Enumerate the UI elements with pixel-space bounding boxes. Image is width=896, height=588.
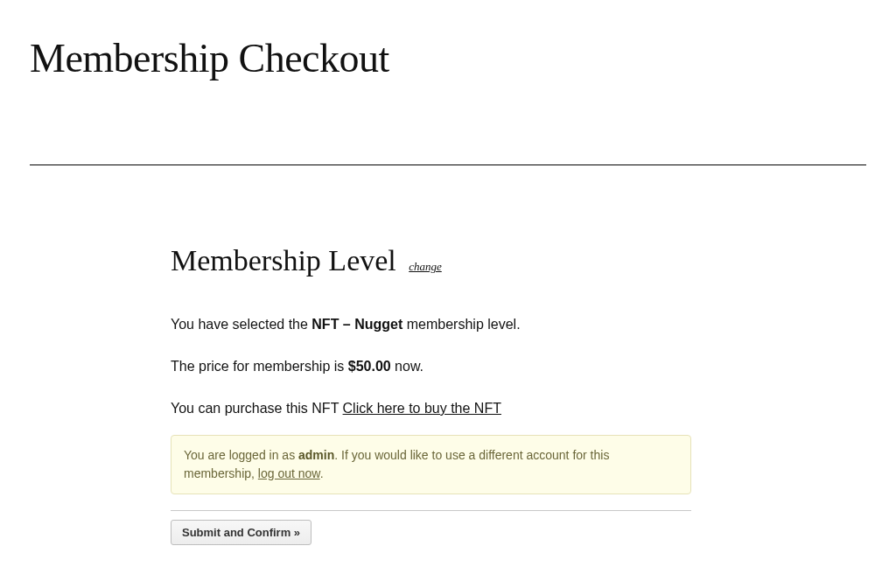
logout-link[interactable]: log out now	[258, 466, 320, 480]
selected-level-name: NFT – Nugget	[312, 317, 402, 332]
buy-nft-link[interactable]: Click here to buy the NFT	[343, 401, 501, 416]
notice-username: admin	[298, 448, 334, 462]
login-notice: You are logged in as admin. If you would…	[171, 435, 691, 494]
content-area: Membership Level change You have selecte…	[171, 165, 691, 545]
notice-prefix: You are logged in as	[184, 448, 298, 462]
page-title: Membership Checkout	[0, 0, 896, 81]
price-suffix: now.	[391, 359, 424, 374]
nft-purchase-text: You can purchase this NFT Click here to …	[171, 398, 691, 419]
price-prefix: The price for membership is	[171, 359, 348, 374]
notice-suffix: .	[320, 466, 324, 480]
selected-suffix: membership level.	[402, 317, 520, 332]
selected-prefix: You have selected the	[171, 317, 312, 332]
membership-level-heading: Membership Level	[171, 244, 396, 276]
section-heading-row: Membership Level change	[171, 244, 691, 277]
price-text: The price for membership is $50.00 now.	[171, 356, 691, 377]
change-level-link[interactable]: change	[409, 260, 442, 273]
nft-prefix: You can purchase this NFT	[171, 401, 343, 416]
form-divider	[171, 510, 691, 511]
price-amount: $50.00	[348, 359, 391, 374]
selected-level-text: You have selected the NFT – Nugget membe…	[171, 314, 691, 335]
submit-button[interactable]: Submit and Confirm »	[171, 520, 312, 545]
